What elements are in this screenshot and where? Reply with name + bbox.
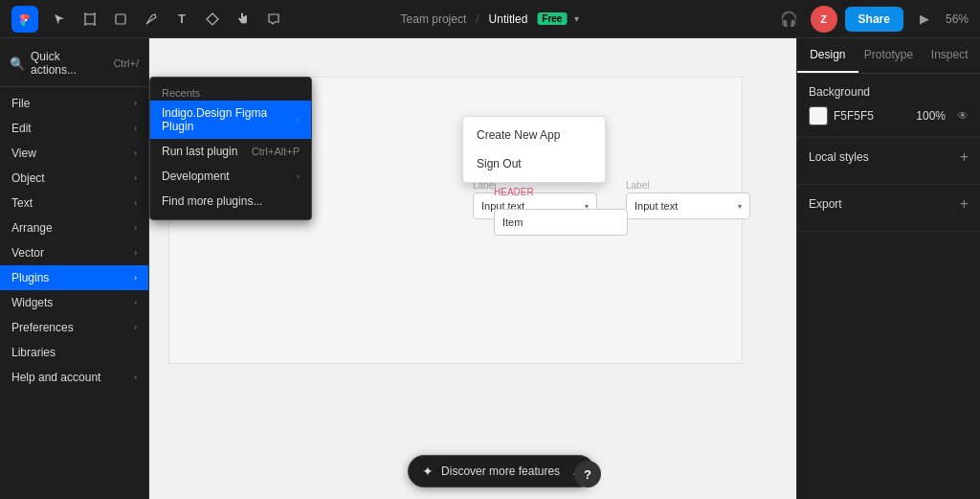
indigo-item-create-app[interactable]: Create New App [463,121,605,149]
bg-opacity: 100% [916,109,946,123]
tab-design[interactable]: Design [797,38,858,73]
shape-tool-btn[interactable] [107,6,134,33]
frame-tool-btn[interactable] [77,6,103,33]
hand-tool-btn[interactable] [230,6,256,33]
chevron-right-icon: › [134,298,137,307]
toolbar-left: T [11,6,287,33]
play-btn[interactable]: ▶ [911,6,938,33]
menu-item-libraries[interactable]: Libraries [0,340,148,365]
form-field-2: Label Input text ▾ [626,180,750,219]
item-preview: Item [494,209,628,236]
title-chevron-icon[interactable]: ▾ [574,13,579,24]
background-title: Background [809,85,870,99]
menu-item-view[interactable]: View › [0,141,148,166]
add-local-style-btn[interactable]: + [960,149,969,165]
move-tool-btn[interactable] [46,6,73,33]
avatar[interactable]: Z [811,6,837,33]
tab-inspect[interactable]: Inspect [919,38,980,73]
toolbar: T Team project / Untitled Free ▾ 🎧 Z Sha… [0,0,980,38]
chevron-right-icon: › [134,173,137,183]
svg-rect-0 [85,14,95,24]
menu-item-arrange[interactable]: Arrange › [0,215,148,240]
export-header: Export + [809,196,969,212]
help-button[interactable]: ? [574,461,601,488]
svg-rect-5 [116,14,125,24]
submenu-item-run-last[interactable]: Run last plugin Ctrl+Alt+P [150,139,311,164]
menu-divider [0,86,148,87]
bg-value: F5F5F5 [834,109,874,123]
menu-item-object[interactable]: Object › [0,166,148,191]
chevron-right-icon: › [134,373,137,382]
menu-item-help[interactable]: Help and account › [0,365,148,390]
indigo-submenu: Create New App Sign Out [462,116,606,183]
quick-actions-shortcut: Ctrl+/ [113,57,139,69]
left-menu: 🔍 Quick actions... Ctrl+/ File › Edit › … [0,38,149,499]
chevron-right-icon: › [134,148,137,158]
chevron-right-icon: › [134,198,137,208]
menu-item-preferences[interactable]: Preferences › [0,315,148,340]
figma-logo-btn[interactable] [11,6,38,33]
menu-item-vector[interactable]: Vector › [0,240,148,265]
chevron-right-icon: › [297,171,300,181]
pen-tool-btn[interactable] [138,6,165,33]
toolbar-center: Team project / Untitled Free ▾ [401,12,580,26]
menu-item-plugins[interactable]: Plugins › [0,265,148,290]
header-section-label: HEADER [494,187,534,197]
quick-actions-item[interactable]: 🔍 Quick actions... Ctrl+/ [0,44,148,82]
local-styles-header: Local styles + [809,149,969,165]
menu-item-file[interactable]: File › [0,91,148,116]
field-input-2[interactable]: Input text ▾ [626,193,750,219]
submenu-item-indigo[interactable]: Indigo.Design Figma Plugin › [150,101,311,139]
local-styles-title: Local styles [809,150,869,164]
zoom-level[interactable]: 56% [946,12,969,26]
headphone-btn[interactable]: 🎧 [776,6,803,33]
menu-item-widgets[interactable]: Widgets › [0,290,148,315]
submenu-item-find-more[interactable]: Find more plugins... [150,189,311,214]
menu-item-edit[interactable]: Edit › [0,116,148,141]
eye-icon[interactable]: 👁 [957,109,969,123]
local-styles-section: Local styles + [797,138,980,185]
share-button[interactable]: Share [845,7,903,32]
search-icon: 🔍 [10,57,25,71]
free-badge: Free [537,12,567,25]
chevron-right-icon: › [134,273,137,283]
shortcut-label: Ctrl+Alt+P [252,146,300,157]
chevron-right-icon: › [134,223,137,233]
field-label-2: Label [626,180,750,191]
recents-label: Recents [150,83,311,101]
background-header: Background [809,85,969,99]
background-section: Background F5F5F5 100% 👁 [797,74,980,138]
right-panel: Design Prototype Inspect Background F5F5… [796,38,980,499]
svg-marker-6 [207,13,218,25]
toolbar-right: 🎧 Z Share ▶ 56% [776,6,969,33]
discover-label: Discover more features [441,465,560,478]
submenu-item-development[interactable]: Development › [150,164,311,189]
component-tool-btn[interactable] [199,6,226,33]
main-layout: 🔍 Quick actions... Ctrl+/ File › Edit › … [0,38,980,499]
chevron-right-icon: › [134,124,137,133]
chevron-right-icon: › [134,248,137,258]
bg-row: F5F5F5 100% 👁 [809,106,969,125]
text-tool-btn[interactable]: T [168,6,195,33]
star-icon: ✦ [422,464,434,479]
dropdown-icon: ▾ [738,202,742,211]
export-title: Export [809,197,842,211]
plugins-submenu: Recents Indigo.Design Figma Plugin › Run… [149,77,312,220]
chevron-right-icon: › [134,99,137,108]
export-section: Export + [797,185,980,232]
add-export-btn[interactable]: + [960,196,969,212]
menu-item-text[interactable]: Text › [0,191,148,215]
chevron-right-icon: › [297,115,300,125]
team-project-label: Team project [401,12,467,26]
chevron-right-icon: › [134,323,137,332]
bg-swatch[interactable] [809,106,828,125]
quick-actions-label: Quick actions... [31,50,107,77]
panel-tabs: Design Prototype Inspect [797,38,980,74]
indigo-item-sign-out[interactable]: Sign Out [463,149,605,178]
comment-tool-btn[interactable] [260,6,287,33]
file-title[interactable]: Untitled [489,12,528,26]
path-separator: / [476,12,479,26]
discover-bar[interactable]: ✦ Discover more features ▲ [408,455,595,488]
tab-prototype[interactable]: Prototype [858,38,920,73]
